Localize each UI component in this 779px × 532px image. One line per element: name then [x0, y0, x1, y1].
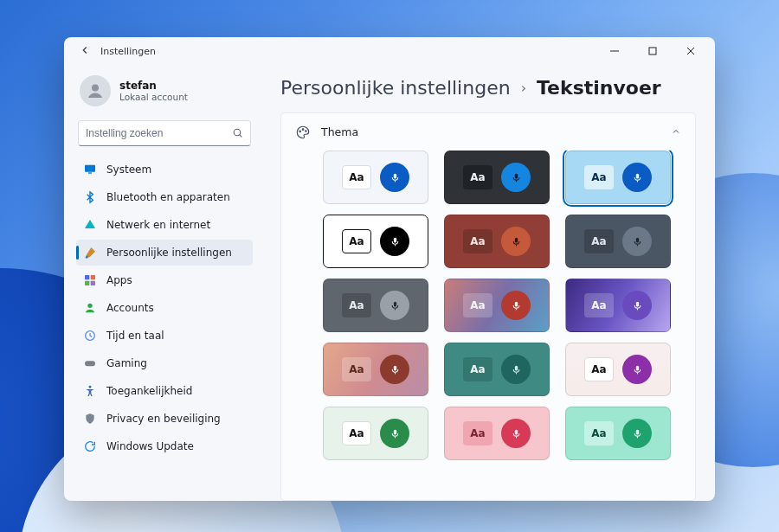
- mic-icon: [380, 355, 409, 384]
- sidebar-item-bluetooth[interactable]: Bluetooth en apparaten: [76, 184, 253, 210]
- mic-icon: [622, 419, 652, 448]
- theme-swatch-10[interactable]: Aa: [444, 343, 550, 396]
- breadcrumb-current: Tekstinvoer: [537, 77, 661, 99]
- sidebar-item-tijd[interactable]: Tijd en taal: [76, 323, 253, 349]
- apps-icon: [83, 273, 97, 287]
- aa-chip: Aa: [463, 357, 493, 381]
- theme-swatch-11[interactable]: Aa: [565, 343, 671, 396]
- sidebar-item-toegang[interactable]: Toegankelijkheid: [76, 378, 253, 404]
- svg-rect-8: [91, 281, 95, 285]
- theme-swatch-3[interactable]: Aa: [323, 215, 428, 268]
- theme-swatch-1[interactable]: Aa: [444, 151, 550, 204]
- svg-rect-18: [636, 180, 637, 182]
- theme-swatch-0[interactable]: Aa: [323, 151, 428, 204]
- aa-chip: Aa: [584, 421, 614, 445]
- theme-swatch-8[interactable]: Aa: [565, 279, 671, 332]
- nav-list: SysteemBluetooth en apparatenNetwerk en …: [76, 157, 253, 459]
- minimize-button[interactable]: [596, 39, 634, 63]
- display-icon: [83, 163, 97, 176]
- theme-swatch-6[interactable]: Aa: [323, 279, 428, 332]
- gaming-icon: [83, 356, 97, 370]
- sidebar-item-systeem[interactable]: Systeem: [76, 157, 253, 183]
- svg-rect-29: [515, 436, 516, 438]
- mic-icon: [501, 291, 531, 320]
- mic-icon: [622, 227, 652, 256]
- svg-point-15: [306, 130, 307, 131]
- aa-chip: Aa: [342, 421, 371, 445]
- theme-swatch-7[interactable]: Aa: [444, 279, 550, 332]
- sidebar-item-label: Toegankelijkheid: [106, 385, 192, 397]
- user-profile[interactable]: stefan Lokaal account: [76, 70, 253, 119]
- update-icon: [83, 439, 97, 453]
- mic-icon: [380, 291, 409, 320]
- theme-section-header[interactable]: Thema: [281, 113, 695, 151]
- theme-swatch-13[interactable]: Aa: [444, 407, 550, 460]
- clock-icon: [83, 329, 97, 343]
- aa-chip: Aa: [584, 229, 614, 253]
- sidebar-item-label: Gaming: [106, 357, 147, 369]
- svg-rect-23: [515, 308, 516, 310]
- aa-chip: Aa: [463, 293, 493, 317]
- palette-icon: [295, 125, 311, 140]
- sidebar-item-privacy[interactable]: Privacy en beveiliging: [76, 406, 253, 432]
- aa-chip: Aa: [463, 165, 493, 189]
- aa-chip: Aa: [584, 293, 614, 317]
- svg-point-9: [87, 304, 92, 308]
- sidebar-item-label: Windows Update: [106, 440, 194, 452]
- sidebar-item-accounts[interactable]: Accounts: [76, 295, 253, 321]
- svg-rect-17: [515, 180, 516, 182]
- aa-chip: Aa: [342, 357, 371, 381]
- sidebar-item-persoonlijke[interactable]: Persoonlijke instellingen: [76, 240, 253, 266]
- svg-point-12: [89, 386, 92, 388]
- maximize-button[interactable]: [634, 39, 672, 63]
- svg-rect-30: [636, 436, 637, 438]
- search-box[interactable]: [78, 120, 251, 146]
- theme-section-title: Thema: [321, 125, 660, 138]
- svg-rect-4: [88, 172, 92, 173]
- person-icon: [83, 301, 97, 315]
- svg-rect-20: [515, 244, 516, 246]
- svg-rect-26: [515, 372, 516, 374]
- theme-swatch-12[interactable]: Aa: [323, 407, 428, 460]
- sidebar-item-gaming[interactable]: Gaming: [76, 350, 253, 376]
- svg-point-1: [92, 85, 99, 92]
- theme-swatch-9[interactable]: Aa: [323, 343, 428, 396]
- mic-icon: [501, 163, 531, 192]
- svg-point-2: [234, 129, 241, 136]
- brush-icon: [83, 246, 97, 260]
- back-button[interactable]: [73, 44, 97, 59]
- breadcrumb-parent[interactable]: Persoonlijke instellingen: [280, 77, 511, 99]
- mic-icon: [622, 291, 652, 320]
- mic-icon: [622, 163, 652, 192]
- shield-icon: [83, 412, 97, 426]
- svg-rect-21: [636, 244, 637, 246]
- svg-rect-5: [85, 275, 89, 279]
- sidebar-item-label: Apps: [106, 274, 132, 286]
- sidebar-item-update[interactable]: Windows Update: [76, 433, 253, 459]
- svg-point-14: [302, 128, 304, 130]
- mic-icon: [501, 419, 531, 448]
- mic-icon: [622, 355, 652, 384]
- close-button[interactable]: [672, 39, 710, 63]
- settings-window: Instellingen stefan Lokaal account: [64, 37, 715, 501]
- search-input[interactable]: [86, 127, 232, 139]
- sidebar-item-label: Systeem: [106, 163, 151, 176]
- theme-swatch-5[interactable]: Aa: [565, 215, 671, 268]
- sidebar-item-apps[interactable]: Apps: [76, 267, 253, 293]
- theme-swatch-4[interactable]: Aa: [444, 215, 550, 268]
- breadcrumb: Persoonlijke instellingen › Tekstinvoer: [280, 77, 696, 99]
- chevron-up-icon: [671, 124, 681, 140]
- wifi-icon: [83, 218, 97, 232]
- theme-section: Thema AaAaAaAaAaAaAaAaAaAaAaAaAaAaAa: [280, 112, 696, 501]
- theme-swatch-14[interactable]: Aa: [565, 407, 671, 460]
- bluetooth-icon: [83, 190, 97, 204]
- avatar-icon: [80, 75, 111, 106]
- main-content: Persoonlijke instellingen › Tekstinvoer …: [261, 65, 715, 501]
- aa-chip: Aa: [584, 165, 614, 189]
- sidebar-item-netwerk[interactable]: Netwerk en internet: [76, 212, 253, 238]
- svg-rect-3: [85, 165, 95, 172]
- sidebar: stefan Lokaal account SysteemBluetooth e…: [64, 65, 261, 501]
- theme-swatch-2[interactable]: Aa: [565, 151, 671, 204]
- svg-rect-25: [394, 372, 395, 374]
- svg-rect-11: [85, 361, 95, 366]
